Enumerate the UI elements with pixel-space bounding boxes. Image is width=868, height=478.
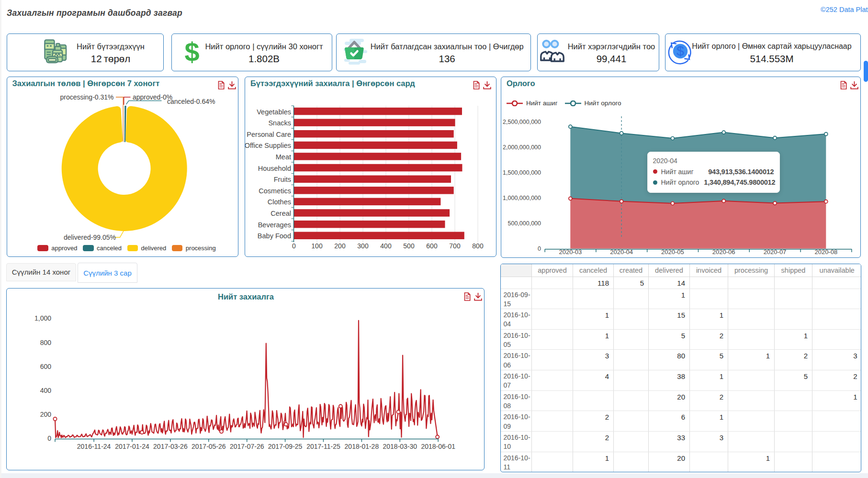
svg-text:Baby Food: Baby Food (258, 232, 291, 240)
svg-text:2020-06: 2020-06 (712, 248, 735, 256)
svg-text:processing-0.31%: processing-0.31% (60, 93, 113, 101)
svg-text:2020-08: 2020-08 (814, 248, 837, 256)
svg-text:0: 0 (538, 245, 541, 252)
svg-text:2020-03: 2020-03 (559, 248, 582, 256)
svg-text:Cosmetics: Cosmetics (259, 187, 291, 195)
svg-text:2018-06-01: 2018-06-01 (421, 443, 455, 450)
svg-text:Snacks: Snacks (268, 119, 291, 127)
svg-text:800: 800 (40, 339, 52, 346)
svg-text:1,500,000,000: 1,500,000,000 (503, 169, 541, 176)
svg-text:2017-01-24: 2017-01-24 (115, 443, 149, 450)
svg-text:Fruits: Fruits (274, 176, 291, 183)
svg-text:2018-01-28: 2018-01-28 (345, 443, 379, 450)
svg-text:Office Supplies: Office Supplies (245, 142, 291, 149)
svg-text:2,500,000,000: 2,500,000,000 (503, 119, 541, 125)
svg-text:600: 600 (40, 363, 52, 370)
svg-text:2020-04: 2020-04 (610, 248, 633, 256)
svg-text:Cereal: Cereal (271, 210, 291, 217)
svg-text:500: 500 (403, 242, 415, 250)
svg-text:2017-03-26: 2017-03-26 (153, 443, 188, 450)
svg-text:2016-11-24: 2016-11-24 (77, 443, 111, 450)
svg-text:2017-05-26: 2017-05-26 (192, 443, 226, 450)
svg-text:1,000,000,000: 1,000,000,000 (503, 195, 541, 201)
svg-text:Meat: Meat (276, 153, 291, 161)
svg-text:2017-11-25: 2017-11-25 (306, 443, 340, 450)
svg-text:Beverages: Beverages (258, 221, 291, 229)
svg-text:0: 0 (47, 434, 51, 442)
svg-text:1,000: 1,000 (34, 314, 51, 322)
svg-text:200: 200 (334, 242, 346, 250)
svg-text:300: 300 (357, 242, 369, 250)
svg-text:Vegetables: Vegetables (257, 108, 291, 116)
svg-text:Clothes: Clothes (268, 198, 291, 206)
svg-text:2017-09-25: 2017-09-25 (268, 443, 303, 450)
svg-text:2017-07-26: 2017-07-26 (230, 443, 264, 450)
svg-text:200: 200 (40, 411, 52, 418)
svg-text:400: 400 (40, 387, 52, 394)
svg-text:2020-07: 2020-07 (764, 248, 787, 256)
svg-text:2018-03-30: 2018-03-30 (383, 443, 417, 450)
svg-text:Personal Care: Personal Care (247, 131, 291, 138)
svg-text:700: 700 (449, 242, 461, 250)
svg-text:canceled-0.64%: canceled-0.64% (167, 98, 215, 105)
svg-text:0: 0 (292, 242, 296, 250)
svg-text:400: 400 (380, 242, 392, 250)
svg-text:600: 600 (426, 242, 438, 250)
svg-text:500,000,000: 500,000,000 (507, 220, 541, 227)
svg-text:$: $ (676, 44, 684, 58)
svg-text:Household: Household (258, 165, 291, 172)
svg-text:delivered-99.05%: delivered-99.05% (64, 233, 116, 241)
svg-text:approved-0%: approved-0% (133, 93, 172, 101)
svg-text:800: 800 (472, 242, 484, 250)
svg-text:2020-05: 2020-05 (661, 248, 684, 256)
svg-text:2,000,000,000: 2,000,000,000 (503, 144, 541, 151)
svg-text:100: 100 (311, 242, 323, 250)
